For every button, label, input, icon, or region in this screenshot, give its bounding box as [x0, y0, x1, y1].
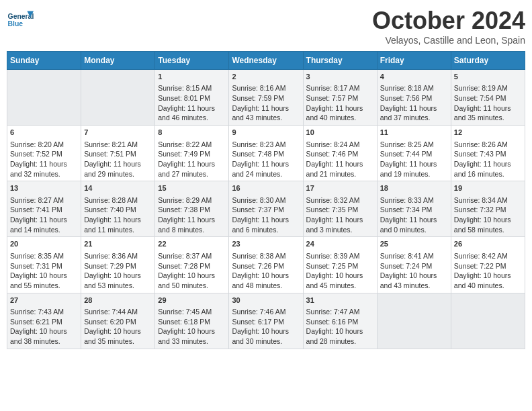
- calendar-cell: 11Sunrise: 8:25 AMSunset: 7:44 PMDayligh…: [377, 126, 451, 181]
- calendar-week-row: 1Sunrise: 8:15 AMSunset: 8:01 PMDaylight…: [7, 70, 525, 126]
- day-number: 11: [380, 128, 448, 138]
- calendar-cell: 29Sunrise: 7:45 AMSunset: 6:18 PMDayligh…: [155, 293, 229, 349]
- day-number: 6: [10, 128, 78, 138]
- day-number: 18: [380, 183, 448, 193]
- day-number: 19: [454, 183, 522, 193]
- day-of-week-header: Monday: [81, 52, 155, 70]
- calendar-cell: 8Sunrise: 8:22 AMSunset: 7:49 PMDaylight…: [155, 126, 229, 181]
- calendar-cell: 14Sunrise: 8:28 AMSunset: 7:40 PMDayligh…: [81, 181, 155, 237]
- day-number: 17: [306, 183, 374, 193]
- calendar-cell: 9Sunrise: 8:23 AMSunset: 7:48 PMDaylight…: [229, 126, 303, 181]
- day-number: 31: [306, 295, 374, 306]
- page-header: General Blue October 2024 Velayos, Casti…: [7, 7, 525, 46]
- calendar-cell: 1Sunrise: 8:15 AMSunset: 8:01 PMDaylight…: [155, 70, 229, 126]
- day-number: 29: [158, 295, 226, 306]
- day-of-week-header: Wednesday: [229, 52, 303, 70]
- day-of-week-header: Friday: [377, 52, 451, 70]
- calendar-cell: 23Sunrise: 8:38 AMSunset: 7:26 PMDayligh…: [229, 237, 303, 293]
- logo: General Blue: [7, 7, 36, 34]
- calendar-cell: [451, 293, 525, 349]
- calendar-cell: 27Sunrise: 7:43 AMSunset: 6:21 PMDayligh…: [7, 293, 81, 349]
- day-number: 14: [84, 183, 152, 193]
- calendar-cell: 17Sunrise: 8:32 AMSunset: 7:35 PMDayligh…: [303, 181, 377, 237]
- calendar-week-row: 20Sunrise: 8:35 AMSunset: 7:31 PMDayligh…: [7, 237, 525, 293]
- svg-text:Blue: Blue: [8, 20, 24, 28]
- calendar-cell: 20Sunrise: 8:35 AMSunset: 7:31 PMDayligh…: [7, 237, 81, 293]
- calendar-cell: 18Sunrise: 8:33 AMSunset: 7:34 PMDayligh…: [377, 181, 451, 237]
- calendar-cell: 26Sunrise: 8:42 AMSunset: 7:22 PMDayligh…: [451, 237, 525, 293]
- day-number: 7: [84, 128, 152, 138]
- calendar-cell: 4Sunrise: 8:18 AMSunset: 7:56 PMDaylight…: [377, 70, 451, 126]
- calendar-cell: 25Sunrise: 8:41 AMSunset: 7:24 PMDayligh…: [377, 237, 451, 293]
- day-number: 1: [158, 72, 226, 82]
- calendar-cell: 2Sunrise: 8:16 AMSunset: 7:59 PMDaylight…: [229, 70, 303, 126]
- calendar-cell: 3Sunrise: 8:17 AMSunset: 7:57 PMDaylight…: [303, 70, 377, 126]
- day-number: 4: [380, 72, 448, 82]
- calendar-cell: 13Sunrise: 8:27 AMSunset: 7:41 PMDayligh…: [7, 181, 81, 237]
- calendar-cell: 30Sunrise: 7:46 AMSunset: 6:17 PMDayligh…: [229, 293, 303, 349]
- day-number: 21: [84, 239, 152, 249]
- day-number: 20: [10, 239, 78, 249]
- calendar-cell: 12Sunrise: 8:26 AMSunset: 7:43 PMDayligh…: [451, 126, 525, 181]
- day-number: 22: [158, 239, 226, 249]
- day-of-week-header: Sunday: [7, 52, 81, 70]
- calendar-cell: 10Sunrise: 8:24 AMSunset: 7:46 PMDayligh…: [303, 126, 377, 181]
- calendar-cell: 6Sunrise: 8:20 AMSunset: 7:52 PMDaylight…: [7, 126, 81, 181]
- day-of-week-header: Tuesday: [155, 52, 229, 70]
- day-number: 25: [380, 239, 448, 249]
- day-number: 3: [306, 72, 374, 82]
- calendar-cell: 19Sunrise: 8:34 AMSunset: 7:32 PMDayligh…: [451, 181, 525, 237]
- calendar-table: SundayMondayTuesdayWednesdayThursdayFrid…: [7, 51, 525, 349]
- calendar-cell: 5Sunrise: 8:19 AMSunset: 7:54 PMDaylight…: [451, 70, 525, 126]
- day-number: 10: [306, 128, 374, 138]
- calendar-cell: [377, 293, 451, 349]
- day-number: 2: [232, 72, 300, 82]
- calendar-cell: 7Sunrise: 8:21 AMSunset: 7:51 PMDaylight…: [81, 126, 155, 181]
- location-title: Velayos, Castille and Leon, Spain: [372, 35, 525, 46]
- day-number: 9: [232, 128, 300, 138]
- day-number: 16: [232, 183, 300, 193]
- day-number: 13: [10, 183, 78, 193]
- day-number: 27: [10, 295, 78, 306]
- day-of-week-header: Saturday: [451, 52, 525, 70]
- day-number: 8: [158, 128, 226, 138]
- calendar-cell: [7, 70, 81, 126]
- day-number: 23: [232, 239, 300, 249]
- day-number: 26: [454, 239, 522, 249]
- day-number: 24: [306, 239, 374, 249]
- calendar-cell: 22Sunrise: 8:37 AMSunset: 7:28 PMDayligh…: [155, 237, 229, 293]
- calendar-cell: 15Sunrise: 8:29 AMSunset: 7:38 PMDayligh…: [155, 181, 229, 237]
- calendar-cell: 24Sunrise: 8:39 AMSunset: 7:25 PMDayligh…: [303, 237, 377, 293]
- title-block: October 2024 Velayos, Castille and Leon,…: [372, 7, 525, 46]
- calendar-header-row: SundayMondayTuesdayWednesdayThursdayFrid…: [7, 52, 525, 70]
- day-number: 5: [454, 72, 522, 82]
- day-number: 28: [84, 295, 152, 306]
- day-number: 30: [232, 295, 300, 306]
- calendar-cell: 21Sunrise: 8:36 AMSunset: 7:29 PMDayligh…: [81, 237, 155, 293]
- month-title: October 2024: [372, 7, 525, 35]
- calendar-week-row: 6Sunrise: 8:20 AMSunset: 7:52 PMDaylight…: [7, 126, 525, 181]
- calendar-cell: 16Sunrise: 8:30 AMSunset: 7:37 PMDayligh…: [229, 181, 303, 237]
- calendar-week-row: 27Sunrise: 7:43 AMSunset: 6:21 PMDayligh…: [7, 293, 525, 349]
- day-number: 15: [158, 183, 226, 193]
- calendar-cell: 28Sunrise: 7:44 AMSunset: 6:20 PMDayligh…: [81, 293, 155, 349]
- day-number: 12: [454, 128, 522, 138]
- day-of-week-header: Thursday: [303, 52, 377, 70]
- calendar-cell: [81, 70, 155, 126]
- calendar-week-row: 13Sunrise: 8:27 AMSunset: 7:41 PMDayligh…: [7, 181, 525, 237]
- calendar-cell: 31Sunrise: 7:47 AMSunset: 6:16 PMDayligh…: [303, 293, 377, 349]
